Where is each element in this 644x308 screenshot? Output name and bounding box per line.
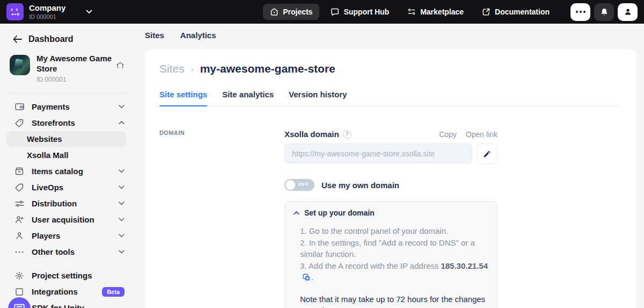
tab-version-history[interactable]: Version history — [289, 90, 347, 106]
nav-support-hub[interactable]: Support Hub — [324, 4, 396, 20]
card-tabs: Site settings Site analytics Version his… — [159, 90, 621, 106]
notifications-button[interactable] — [594, 3, 614, 21]
back-to-dashboard[interactable]: Dashboard — [0, 29, 133, 49]
sidebar-item-websites[interactable]: Websites — [6, 131, 127, 147]
home-icon — [270, 8, 279, 16]
sidebar-item-storefronts[interactable]: Storefronts — [0, 115, 133, 131]
ellipsis-icon — [15, 251, 25, 253]
project-id: ID 000001 — [36, 76, 114, 83]
setup-step-3: 3. Add the A record with the IP address … — [300, 260, 488, 284]
nav-documentation[interactable]: Documentation — [475, 4, 557, 20]
sidebar-item-label: Project settings — [32, 271, 125, 280]
chevron-down-icon — [119, 200, 125, 206]
sidebar-item-players[interactable]: Players — [0, 228, 133, 244]
company-chevron-down-icon[interactable] — [86, 9, 92, 15]
company-name: Company — [29, 4, 65, 13]
xsolla-domain-input[interactable] — [284, 144, 472, 163]
breadcrumb: Sites › my-awesome-game-store — [159, 62, 621, 75]
gear-icon — [15, 271, 25, 280]
nav-marketplace[interactable]: Marketplace — [400, 4, 471, 20]
project-avatar — [10, 55, 30, 75]
tab-site-analytics[interactable]: Site analytics — [222, 90, 274, 106]
setup-panel-title: Set up your domain — [304, 209, 375, 217]
header-actions — [570, 3, 638, 21]
setup-step-1: 1. Go to the control panel of your domai… — [300, 225, 488, 237]
help-icon[interactable]: ? — [343, 130, 352, 139]
company-selector[interactable]: Company ID 000001 — [29, 4, 65, 20]
project-block[interactable]: My Awesome Game Store ID 000001 — [0, 49, 133, 87]
sidebar-item-items-catalog[interactable]: Items catalog — [0, 163, 133, 180]
card-tabs-divider — [159, 106, 621, 106]
open-link[interactable]: Open link — [466, 130, 497, 139]
external-link-icon — [482, 8, 491, 16]
ellipsis-icon — [576, 11, 586, 13]
sidebar-item-payments[interactable]: Payments — [0, 99, 133, 115]
tag-outline-icon — [15, 183, 25, 192]
sidebar-item-other-tools[interactable]: Other tools — [0, 244, 133, 260]
project-name: My Awesome Game Store — [36, 54, 114, 74]
sidebar-item-label: Items catalog — [32, 167, 119, 176]
tab-sites[interactable]: Sites — [145, 31, 164, 40]
toggle-knob — [286, 180, 295, 190]
sliders-icon — [15, 200, 25, 207]
sidebar-item-label: Players — [32, 231, 119, 240]
tab-analytics[interactable]: Analytics — [180, 31, 216, 40]
nav-projects[interactable]: Projects — [263, 4, 319, 20]
nav-documentation-label: Documentation — [495, 8, 550, 16]
back-arrow-icon — [13, 35, 22, 43]
account-button[interactable] — [618, 3, 638, 21]
chevron-down-icon — [119, 184, 125, 190]
nav-support-hub-label: Support Hub — [343, 8, 389, 16]
chevron-up-icon — [119, 120, 125, 126]
integrations-icon — [15, 288, 25, 296]
use-own-domain-toggle[interactable]: OFF — [284, 179, 314, 191]
sidebar-item-user-acquisition[interactable]: User acquisition — [0, 212, 133, 228]
copy-ip-icon[interactable] — [303, 273, 310, 284]
chat-bubble-icon — [13, 303, 25, 308]
wallet-icon — [15, 103, 25, 111]
setup-domain-panel: Set up your domain 1. Go to the control … — [284, 201, 497, 308]
use-own-domain-label: Use my own domain — [321, 181, 399, 190]
edit-domain-button[interactable] — [477, 144, 497, 164]
xsolla-domain-header: Xsolla domain ? Copy Open link — [284, 130, 497, 139]
user-outline-icon — [15, 232, 25, 240]
sidebar-item-liveops[interactable]: LiveOps — [0, 180, 133, 196]
setup-step-2: 2. In the settings, find "Add a record t… — [300, 237, 488, 260]
chevron-down-icon — [119, 104, 125, 110]
setup-panel-header[interactable]: Set up your domain — [294, 209, 488, 217]
project-home-icon[interactable] — [116, 61, 125, 71]
sidebar-item-label: Websites — [27, 134, 118, 144]
setup-note: Note that it may take up to 72 hours for… — [294, 293, 488, 308]
sidebar-divider — [5, 93, 128, 94]
sidebar-item-distribution[interactable]: Distribution — [0, 196, 133, 212]
sidebar-section-gap — [0, 260, 133, 268]
more-options-button[interactable] — [570, 3, 590, 21]
own-domain-row: OFF Use my own domain — [284, 179, 497, 191]
setup-step-3-period: . — [311, 273, 313, 282]
sidebar-nav: Payments Storefronts Websites Xsolla Mal… — [0, 99, 133, 308]
top-nav: Projects Support Hub Marketplace Documen… — [263, 4, 557, 20]
chevron-down-icon — [119, 168, 125, 174]
domain-section-label: DOMAIN — [159, 130, 284, 136]
sidebar-item-label: Integrations — [32, 287, 102, 296]
nav-marketplace-label: Marketplace — [420, 8, 464, 16]
sidebar-item-label: Storefronts — [32, 118, 119, 127]
sidebar-item-label: Distribution — [32, 199, 119, 208]
setup-step-3-text: 3. Add the A record with the IP address — [300, 261, 441, 270]
ip-address: 185.30.21.54 — [441, 261, 488, 270]
copy-link[interactable]: Copy — [439, 130, 457, 139]
xsolla-domain-label: Xsolla domain — [284, 130, 339, 139]
sidebar-item-label: Payments — [32, 102, 119, 111]
sidebar-item-xsolla-mall[interactable]: Xsolla Mall — [0, 147, 133, 163]
sidebar-item-label: Other tools — [32, 247, 119, 256]
chevron-down-icon — [119, 217, 125, 223]
sidebar-item-project-settings[interactable]: Project settings — [0, 268, 133, 284]
tab-site-settings[interactable]: Site settings — [159, 90, 207, 106]
back-label: Dashboard — [28, 34, 74, 44]
xsolla-logo[interactable]: x s — [6, 3, 24, 20]
svg-text:s: s — [16, 8, 18, 12]
sidebar-item-label: Xsolla Mall — [27, 151, 125, 160]
breadcrumb-sites[interactable]: Sites — [159, 62, 185, 75]
beta-badge: Beta — [102, 287, 125, 297]
company-id: ID 000001 — [29, 13, 65, 20]
